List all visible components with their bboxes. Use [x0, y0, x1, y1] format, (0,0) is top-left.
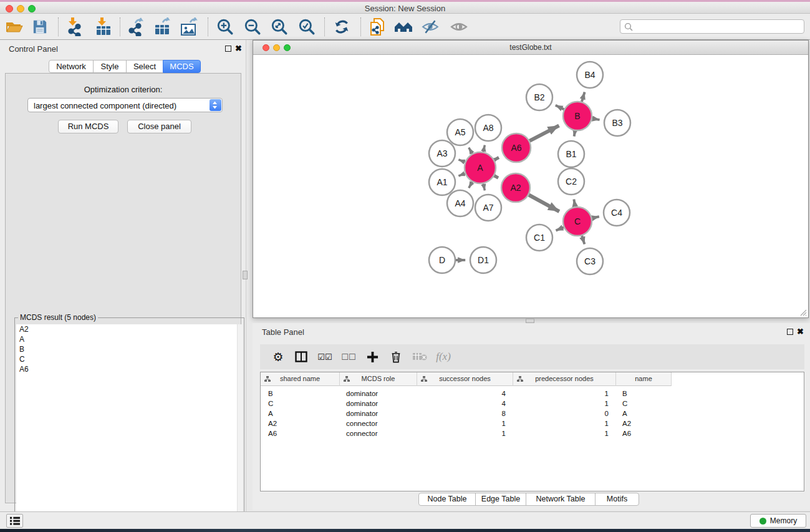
graph-node-A1[interactable]: A1 [429, 169, 455, 195]
table-cell[interactable]: 1 [513, 418, 609, 428]
graph-edge-B-B4[interactable] [582, 92, 585, 102]
tab-network[interactable]: Network [49, 60, 94, 73]
graph-edge-C-C2[interactable] [574, 200, 575, 207]
close-panel-icon[interactable]: ✖ [235, 44, 242, 53]
save-session-icon[interactable] [29, 17, 51, 37]
graph-node-A2[interactable]: A2 [501, 173, 530, 202]
table-row[interactable]: Cdominator41C [261, 399, 804, 409]
graph-edge-C-C4[interactable] [592, 216, 599, 218]
hide-selected-icon[interactable] [420, 17, 441, 37]
graph-edge-C-C1[interactable] [556, 227, 564, 230]
table-cell[interactable]: dominator [346, 409, 417, 418]
table-cell[interactable]: connector [346, 418, 417, 428]
delete-table-icon[interactable] [410, 347, 430, 367]
result-scrollbar-track[interactable] [237, 324, 243, 531]
graph-edge-A-A5[interactable] [469, 148, 473, 154]
table-cell[interactable]: 1 [417, 428, 506, 438]
table-cell[interactable]: 1 [513, 399, 609, 409]
mcds-result-item[interactable]: A [16, 334, 243, 344]
show-all-icon[interactable] [448, 17, 470, 37]
open-session-icon[interactable] [4, 17, 25, 37]
float-panel-icon[interactable] [225, 46, 231, 52]
graph-node-A[interactable]: A [465, 152, 496, 183]
search-field[interactable] [620, 19, 804, 34]
tab-network-table[interactable]: Network Table [526, 493, 595, 506]
table-cell[interactable]: 0 [513, 409, 609, 418]
graph-node-A4[interactable]: A4 [447, 190, 473, 216]
table-cell[interactable]: 1 [513, 389, 609, 399]
export-network-icon[interactable] [125, 17, 147, 37]
vertical-divider-handle[interactable] [243, 271, 248, 279]
graph-edge-A2-C[interactable] [529, 195, 559, 212]
graph-edge-A-A7[interactable] [483, 184, 485, 191]
graph-edge-A-A4[interactable] [469, 182, 473, 188]
delete-column-icon[interactable] [386, 347, 406, 367]
graph-node-C2[interactable]: C2 [558, 168, 584, 195]
graph-node-B4[interactable]: B4 [577, 62, 603, 88]
graph-edge-B-B2[interactable] [556, 105, 564, 110]
tab-style[interactable]: Style [93, 60, 127, 73]
table-cell[interactable]: C [622, 399, 672, 409]
column-header-shared-name[interactable]: shared name [261, 372, 340, 386]
refresh-icon[interactable] [331, 17, 352, 37]
column-header-MCDS-role[interactable]: MCDS role [340, 372, 417, 386]
mcds-result-item[interactable]: B [16, 344, 243, 354]
graph-node-A5[interactable]: A5 [447, 119, 473, 145]
zoom-selected-icon[interactable] [296, 17, 317, 37]
graph-node-D1[interactable]: D1 [470, 247, 496, 273]
graph-edge-A-A1[interactable] [458, 173, 465, 176]
table-cell[interactable]: dominator [346, 389, 417, 399]
zoom-fit-icon[interactable] [269, 17, 290, 37]
graph-edge-B-B3[interactable] [592, 118, 600, 120]
graph-node-B3[interactable]: B3 [604, 110, 630, 136]
task-history-button[interactable] [6, 514, 23, 528]
graph-node-B[interactable]: B [563, 102, 592, 130]
graph-node-D[interactable]: D [429, 247, 455, 273]
table-cell[interactable]: B [622, 389, 672, 399]
float-table-panel-icon[interactable] [787, 329, 793, 335]
memory-button[interactable]: Memory [750, 514, 806, 528]
column-header-name[interactable]: name [616, 372, 672, 386]
table-cell[interactable]: 1 [513, 428, 609, 438]
export-table-icon[interactable] [152, 17, 173, 37]
table-cell[interactable]: 4 [417, 399, 506, 409]
mcds-result-item[interactable]: A6 [16, 364, 243, 374]
column-header-predecessor-nodes[interactable]: predecessor nodes [513, 372, 616, 386]
graph-edge-C-C3[interactable] [582, 236, 584, 244]
deselect-all-checkboxes-icon[interactable]: ☐☐ [339, 347, 359, 367]
graph-edge-A-A6[interactable] [494, 158, 499, 160]
close-table-panel-icon[interactable]: ✖ [797, 327, 804, 336]
tab-select[interactable]: Select [126, 60, 163, 73]
tab-edge-table[interactable]: Edge Table [475, 493, 526, 506]
resize-grip[interactable] [798, 307, 807, 316]
table-cell[interactable]: A [268, 409, 340, 418]
mcds-result-item[interactable]: C [16, 354, 243, 364]
column-manager-icon[interactable] [291, 347, 311, 367]
criterion-select[interactable]: largest connected component (directed) [27, 98, 223, 112]
graph-node-C4[interactable]: C4 [604, 200, 630, 226]
column-header-successor-nodes[interactable]: successor nodes [417, 372, 513, 386]
table-cell[interactable]: B [268, 389, 340, 399]
network-window-titlebar[interactable]: testGlobe.txt [253, 41, 808, 55]
graph-node-C1[interactable]: C1 [526, 225, 552, 251]
select-all-checkboxes-icon[interactable]: ☑☑ [315, 347, 335, 367]
table-cell[interactable]: A6 [622, 428, 672, 438]
search-input[interactable] [635, 21, 801, 32]
graph-node-A6[interactable]: A6 [502, 133, 531, 162]
table-cell[interactable]: C [268, 399, 340, 409]
settings-gear-icon[interactable]: ⚙ [268, 347, 288, 367]
graph-node-C[interactable]: C [563, 207, 592, 236]
graph-edge-A-A2[interactable] [494, 176, 498, 178]
graph-edge-B-B1[interactable] [574, 131, 575, 137]
clone-network-icon[interactable] [367, 17, 388, 37]
table-cell[interactable]: 8 [417, 409, 506, 418]
graph-node-B1[interactable]: B1 [558, 141, 584, 167]
table-cell[interactable]: 1 [417, 418, 506, 428]
tab-motifs[interactable]: Motifs [595, 493, 639, 506]
run-mcds-button[interactable]: Run MCDS [58, 120, 118, 133]
graph-node-B2[interactable]: B2 [526, 84, 552, 110]
table-cell[interactable]: A6 [268, 428, 340, 438]
mcds-result-item[interactable]: A2 [16, 324, 243, 334]
tab-node-table[interactable]: Node Table [418, 493, 476, 506]
table-row[interactable]: A6connector11A6 [261, 428, 804, 438]
